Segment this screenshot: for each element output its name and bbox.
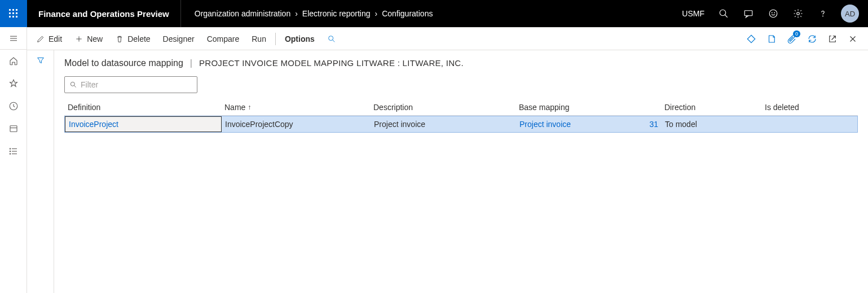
grid-header: Definition Name ↑ Description Base mappi…: [64, 99, 858, 116]
hamburger-icon: [8, 33, 19, 43]
designer-label: Designer: [163, 34, 195, 43]
gear-icon: [793, 8, 803, 19]
options-label: Options: [285, 34, 315, 43]
action-bar: Edit New Delete Designer Compare Run Opt…: [27, 28, 868, 50]
search-button[interactable]: [712, 0, 735, 27]
svg-point-14: [774, 12, 775, 13]
workspace-icon: [8, 124, 19, 134]
attachments-button[interactable]: 0: [782, 29, 801, 49]
top-right-controls: USMF AD: [676, 0, 868, 27]
page-heading: Model to datasource mapping | PROJECT IN…: [64, 58, 858, 68]
grid: Definition Name ↑ Description Base mappi…: [64, 99, 858, 133]
svg-point-28: [10, 154, 11, 155]
svg-rect-2: [16, 9, 17, 11]
column-header-base-mapping[interactable]: Base mapping: [515, 103, 638, 112]
refresh-button[interactable]: [803, 29, 822, 49]
chevron-right-icon: ›: [295, 9, 298, 18]
column-header-direction[interactable]: Direction: [661, 103, 761, 112]
cell-base-mapping-num[interactable]: 31: [639, 116, 662, 132]
top-header: Finance and Operations Preview Organizat…: [0, 0, 868, 27]
breadcrumb-item[interactable]: Organization administration: [195, 9, 290, 18]
compare-button[interactable]: Compare: [201, 30, 245, 48]
delete-label: Delete: [127, 34, 150, 43]
filter-pane-toggle[interactable]: [27, 50, 54, 293]
related-info-button[interactable]: [742, 29, 761, 49]
page-subtitle: PROJECT INVOICE MODEL MAPPING LITWARE : …: [199, 58, 464, 68]
svg-point-15: [797, 12, 800, 15]
star-icon: [8, 78, 19, 89]
options-button[interactable]: Options: [279, 30, 320, 48]
svg-point-13: [772, 12, 772, 13]
designer-button[interactable]: Designer: [157, 30, 200, 48]
settings-button[interactable]: [787, 0, 809, 27]
title-separator: |: [190, 58, 192, 68]
nav-toggle[interactable]: [0, 27, 27, 50]
cell-description[interactable]: Project invoice: [371, 116, 516, 132]
page-title: Model to datasource mapping: [64, 58, 183, 68]
column-header-name[interactable]: Name ↑: [221, 103, 370, 112]
cell-is-deleted[interactable]: [762, 116, 830, 132]
clock-icon: [8, 101, 19, 111]
svg-point-27: [10, 151, 11, 152]
feedback-button[interactable]: [762, 0, 785, 27]
table-row[interactable]: InvoiceProject InvoiceProjectCopy Projec…: [64, 116, 858, 133]
svg-point-16: [823, 16, 823, 16]
office-icon: [766, 34, 777, 44]
search-icon: [327, 34, 336, 43]
filter-input[interactable]: [81, 80, 192, 89]
nav-recent[interactable]: [0, 95, 27, 117]
message-icon: [743, 8, 754, 19]
edit-button[interactable]: Edit: [30, 30, 68, 48]
find-button[interactable]: [321, 30, 342, 48]
open-office-button[interactable]: [762, 29, 781, 49]
svg-rect-8: [16, 16, 17, 18]
separator: [275, 33, 276, 45]
column-header-description[interactable]: Description: [370, 103, 515, 112]
user-avatar[interactable]: AD: [841, 5, 859, 23]
cell-definition[interactable]: InvoiceProject: [65, 116, 222, 132]
messages-button[interactable]: [737, 0, 760, 27]
cell-direction[interactable]: To model: [662, 116, 762, 132]
filter-box[interactable]: [64, 76, 197, 93]
content-area: Model to datasource mapping | PROJECT IN…: [54, 50, 868, 293]
run-button[interactable]: Run: [246, 30, 272, 48]
nav-modules[interactable]: [0, 140, 27, 163]
attachment-count-badge: 0: [793, 30, 800, 37]
breadcrumb-item[interactable]: Configurations: [382, 9, 433, 18]
cell-base-mapping[interactable]: Project invoice: [516, 116, 639, 132]
breadcrumb-item[interactable]: Electronic reporting: [302, 9, 371, 18]
svg-rect-4: [12, 12, 14, 14]
cell-name[interactable]: InvoiceProjectCopy: [222, 116, 371, 132]
nav-favorites[interactable]: [0, 72, 27, 95]
smile-icon: [768, 8, 778, 19]
close-button[interactable]: [843, 29, 862, 49]
svg-rect-21: [10, 126, 17, 132]
column-header-name-label: Name: [224, 103, 245, 112]
svg-point-26: [10, 148, 11, 150]
list-icon: [8, 146, 19, 156]
new-label: New: [87, 34, 103, 43]
help-icon: [818, 8, 828, 19]
svg-rect-1: [12, 9, 14, 11]
home-icon: [8, 56, 19, 66]
app-launcher[interactable]: [0, 0, 27, 27]
column-header-is-deleted[interactable]: Is deleted: [761, 103, 829, 112]
svg-rect-0: [9, 9, 11, 11]
company-code[interactable]: USMF: [676, 9, 710, 18]
delete-button[interactable]: Delete: [109, 30, 156, 48]
nav-workspaces[interactable]: [0, 117, 27, 140]
popout-button[interactable]: [823, 29, 842, 49]
search-icon: [719, 8, 729, 19]
column-header-definition[interactable]: Definition: [64, 103, 221, 112]
plus-icon: [74, 34, 83, 43]
pencil-icon: [36, 34, 45, 43]
svg-line-36: [74, 85, 76, 88]
sort-asc-icon: ↑: [248, 103, 251, 111]
new-button[interactable]: New: [69, 30, 108, 48]
nav-home[interactable]: [0, 50, 27, 72]
trash-icon: [115, 34, 124, 43]
svg-rect-3: [9, 12, 11, 14]
diamond-icon: [746, 34, 756, 44]
edit-label: Edit: [49, 34, 62, 43]
help-button[interactable]: [812, 0, 834, 27]
